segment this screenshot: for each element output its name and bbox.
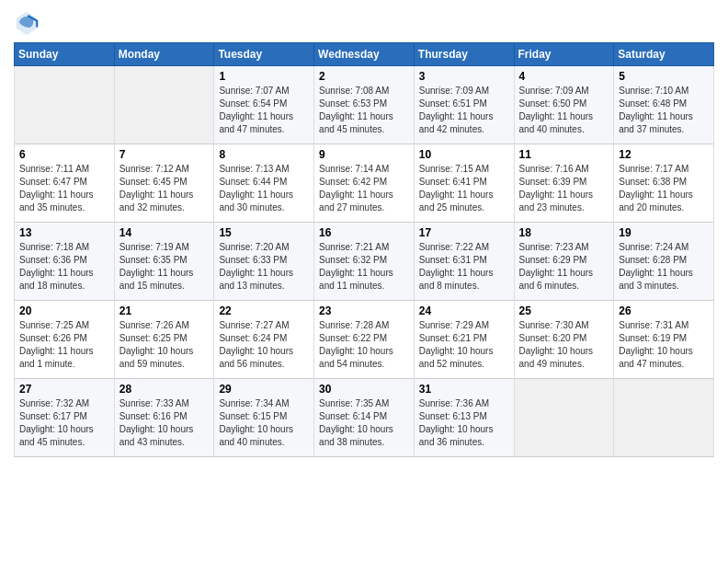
- calendar-cell: 11Sunrise: 7:16 AM Sunset: 6:39 PM Dayli…: [514, 144, 614, 223]
- calendar-cell: 19Sunrise: 7:24 AM Sunset: 6:28 PM Dayli…: [614, 223, 714, 301]
- day-info: Sunrise: 7:11 AM Sunset: 6:47 PM Dayligh…: [19, 163, 109, 214]
- calendar-cell: 1Sunrise: 7:07 AM Sunset: 6:54 PM Daylig…: [214, 66, 314, 144]
- weekday-header: Thursday: [414, 43, 514, 66]
- day-info: Sunrise: 7:27 AM Sunset: 6:24 PM Dayligh…: [219, 319, 309, 371]
- day-number: 31: [419, 383, 509, 396]
- day-number: 12: [619, 148, 709, 161]
- calendar-cell: 26Sunrise: 7:31 AM Sunset: 6:19 PM Dayli…: [614, 301, 714, 379]
- day-info: Sunrise: 7:31 AM Sunset: 6:19 PM Dayligh…: [619, 319, 709, 371]
- calendar-cell: 24Sunrise: 7:29 AM Sunset: 6:21 PM Dayli…: [414, 301, 514, 379]
- day-info: Sunrise: 7:14 AM Sunset: 6:42 PM Dayligh…: [319, 163, 409, 214]
- calendar-cell: 2Sunrise: 7:08 AM Sunset: 6:53 PM Daylig…: [314, 66, 415, 144]
- day-number: 27: [19, 383, 109, 396]
- calendar-cell: [15, 66, 115, 144]
- calendar-cell: 31Sunrise: 7:36 AM Sunset: 6:13 PM Dayli…: [414, 379, 514, 457]
- day-number: 18: [519, 226, 609, 239]
- day-number: 14: [119, 226, 210, 239]
- day-number: 28: [119, 383, 210, 396]
- day-info: Sunrise: 7:35 AM Sunset: 6:14 PM Dayligh…: [319, 397, 409, 449]
- day-number: 19: [619, 226, 709, 239]
- calendar-cell: 22Sunrise: 7:27 AM Sunset: 6:24 PM Dayli…: [214, 301, 314, 379]
- day-number: 23: [319, 304, 409, 317]
- day-info: Sunrise: 7:17 AM Sunset: 6:38 PM Dayligh…: [619, 163, 709, 214]
- day-number: 2: [319, 70, 409, 83]
- calendar-cell: 18Sunrise: 7:23 AM Sunset: 6:29 PM Dayli…: [514, 223, 614, 301]
- calendar-cell: [114, 66, 214, 144]
- day-info: Sunrise: 7:23 AM Sunset: 6:29 PM Dayligh…: [519, 241, 609, 293]
- calendar-cell: 16Sunrise: 7:21 AM Sunset: 6:32 PM Dayli…: [314, 223, 415, 301]
- day-number: 26: [619, 304, 709, 317]
- day-info: Sunrise: 7:07 AM Sunset: 6:54 PM Dayligh…: [219, 85, 309, 136]
- week-row: 6Sunrise: 7:11 AM Sunset: 6:47 PM Daylig…: [15, 144, 714, 223]
- week-row: 27Sunrise: 7:32 AM Sunset: 6:17 PM Dayli…: [15, 379, 714, 457]
- calendar-cell: 3Sunrise: 7:09 AM Sunset: 6:51 PM Daylig…: [414, 66, 514, 144]
- calendar-cell: 7Sunrise: 7:12 AM Sunset: 6:45 PM Daylig…: [114, 144, 214, 223]
- day-info: Sunrise: 7:32 AM Sunset: 6:17 PM Dayligh…: [19, 397, 109, 449]
- day-number: 6: [19, 148, 109, 161]
- logo-icon: [14, 9, 40, 35]
- weekday-header: Wednesday: [314, 43, 415, 66]
- calendar-cell: 23Sunrise: 7:28 AM Sunset: 6:22 PM Dayli…: [314, 301, 415, 379]
- weekday-header: Tuesday: [214, 43, 314, 66]
- day-number: 13: [19, 226, 109, 239]
- day-number: 21: [119, 304, 210, 317]
- page-container: SundayMondayTuesdayWednesdayThursdayFrid…: [0, 0, 728, 466]
- weekday-header: Saturday: [614, 43, 714, 66]
- day-info: Sunrise: 7:24 AM Sunset: 6:28 PM Dayligh…: [619, 241, 709, 293]
- calendar-cell: 5Sunrise: 7:10 AM Sunset: 6:48 PM Daylig…: [614, 66, 714, 144]
- header-row: SundayMondayTuesdayWednesdayThursdayFrid…: [15, 43, 714, 66]
- calendar-cell: 27Sunrise: 7:32 AM Sunset: 6:17 PM Dayli…: [15, 379, 115, 457]
- day-info: Sunrise: 7:08 AM Sunset: 6:53 PM Dayligh…: [319, 85, 409, 136]
- day-number: 30: [319, 383, 409, 396]
- calendar-cell: 13Sunrise: 7:18 AM Sunset: 6:36 PM Dayli…: [15, 223, 115, 301]
- weekday-header: Friday: [514, 43, 614, 66]
- calendar-cell: 12Sunrise: 7:17 AM Sunset: 6:38 PM Dayli…: [614, 144, 714, 223]
- day-info: Sunrise: 7:20 AM Sunset: 6:33 PM Dayligh…: [219, 241, 309, 293]
- week-row: 1Sunrise: 7:07 AM Sunset: 6:54 PM Daylig…: [15, 66, 714, 144]
- calendar-cell: 29Sunrise: 7:34 AM Sunset: 6:15 PM Dayli…: [214, 379, 314, 457]
- day-info: Sunrise: 7:36 AM Sunset: 6:13 PM Dayligh…: [419, 397, 509, 449]
- calendar-cell: 4Sunrise: 7:09 AM Sunset: 6:50 PM Daylig…: [514, 66, 614, 144]
- day-info: Sunrise: 7:09 AM Sunset: 6:50 PM Dayligh…: [519, 85, 609, 136]
- day-info: Sunrise: 7:30 AM Sunset: 6:20 PM Dayligh…: [519, 319, 609, 371]
- calendar-cell: 15Sunrise: 7:20 AM Sunset: 6:33 PM Dayli…: [214, 223, 314, 301]
- calendar-cell: [614, 379, 714, 457]
- day-number: 5: [619, 70, 709, 83]
- calendar-cell: 8Sunrise: 7:13 AM Sunset: 6:44 PM Daylig…: [214, 144, 314, 223]
- calendar-cell: 9Sunrise: 7:14 AM Sunset: 6:42 PM Daylig…: [314, 144, 415, 223]
- day-info: Sunrise: 7:19 AM Sunset: 6:35 PM Dayligh…: [119, 241, 210, 293]
- day-number: 16: [319, 226, 409, 239]
- calendar-cell: 25Sunrise: 7:30 AM Sunset: 6:20 PM Dayli…: [514, 301, 614, 379]
- day-info: Sunrise: 7:09 AM Sunset: 6:51 PM Dayligh…: [419, 85, 509, 136]
- day-info: Sunrise: 7:21 AM Sunset: 6:32 PM Dayligh…: [319, 241, 409, 293]
- day-info: Sunrise: 7:18 AM Sunset: 6:36 PM Dayligh…: [19, 241, 109, 293]
- day-info: Sunrise: 7:13 AM Sunset: 6:44 PM Dayligh…: [219, 163, 309, 214]
- day-number: 15: [219, 226, 309, 239]
- day-info: Sunrise: 7:34 AM Sunset: 6:15 PM Dayligh…: [219, 397, 309, 449]
- day-info: Sunrise: 7:16 AM Sunset: 6:39 PM Dayligh…: [519, 163, 609, 214]
- logo: [14, 9, 43, 35]
- day-number: 10: [419, 148, 509, 161]
- calendar-cell: 20Sunrise: 7:25 AM Sunset: 6:26 PM Dayli…: [15, 301, 115, 379]
- day-number: 11: [519, 148, 609, 161]
- week-row: 13Sunrise: 7:18 AM Sunset: 6:36 PM Dayli…: [15, 223, 714, 301]
- day-info: Sunrise: 7:12 AM Sunset: 6:45 PM Dayligh…: [119, 163, 210, 214]
- day-number: 4: [519, 70, 609, 83]
- day-number: 29: [219, 383, 309, 396]
- calendar-cell: 10Sunrise: 7:15 AM Sunset: 6:41 PM Dayli…: [414, 144, 514, 223]
- day-info: Sunrise: 7:29 AM Sunset: 6:21 PM Dayligh…: [419, 319, 509, 371]
- weekday-header: Monday: [114, 43, 214, 66]
- weekday-header: Sunday: [15, 43, 115, 66]
- day-number: 25: [519, 304, 609, 317]
- day-info: Sunrise: 7:33 AM Sunset: 6:16 PM Dayligh…: [119, 397, 210, 449]
- calendar-cell: [514, 379, 614, 457]
- day-info: Sunrise: 7:10 AM Sunset: 6:48 PM Dayligh…: [619, 85, 709, 136]
- calendar-cell: 6Sunrise: 7:11 AM Sunset: 6:47 PM Daylig…: [15, 144, 115, 223]
- calendar-cell: 14Sunrise: 7:19 AM Sunset: 6:35 PM Dayli…: [114, 223, 214, 301]
- day-number: 8: [219, 148, 309, 161]
- calendar-cell: 17Sunrise: 7:22 AM Sunset: 6:31 PM Dayli…: [414, 223, 514, 301]
- week-row: 20Sunrise: 7:25 AM Sunset: 6:26 PM Dayli…: [15, 301, 714, 379]
- day-number: 22: [219, 304, 309, 317]
- calendar-cell: 21Sunrise: 7:26 AM Sunset: 6:25 PM Dayli…: [114, 301, 214, 379]
- calendar-table: SundayMondayTuesdayWednesdayThursdayFrid…: [14, 42, 714, 457]
